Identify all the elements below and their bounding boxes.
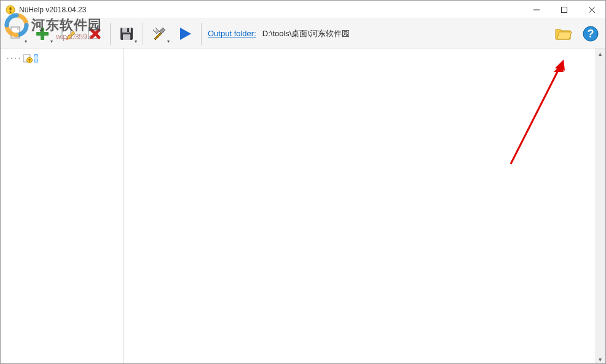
minimize-button[interactable] bbox=[522, 1, 550, 18]
vertical-scrollbar[interactable]: ▴ ▾ bbox=[595, 48, 605, 364]
svg-rect-9 bbox=[36, 32, 49, 36]
run-button[interactable] bbox=[173, 21, 197, 46]
svg-text:?: ? bbox=[588, 28, 594, 40]
tree-item[interactable]: ···· ? bbox=[3, 52, 120, 64]
toolbar-separator bbox=[110, 23, 111, 45]
svg-rect-1 bbox=[10, 7, 12, 10]
svg-point-18 bbox=[154, 28, 156, 31]
maximize-button[interactable] bbox=[550, 1, 578, 18]
scroll-up-arrow-icon[interactable]: ▴ bbox=[595, 48, 605, 59]
dropdown-arrow-icon: ▾ bbox=[135, 39, 137, 44]
tree-item-label[interactable] bbox=[34, 54, 38, 63]
dropdown-arrow-icon: ▾ bbox=[50, 39, 53, 44]
svg-rect-16 bbox=[123, 34, 130, 40]
help-button[interactable]: ? bbox=[580, 23, 602, 45]
scroll-down-arrow-icon[interactable]: ▾ bbox=[595, 354, 605, 364]
delete-button[interactable] bbox=[82, 21, 106, 46]
close-button[interactable] bbox=[578, 1, 605, 18]
save-button[interactable]: ▾ bbox=[114, 21, 139, 46]
dropdown-arrow-icon: ▾ bbox=[25, 39, 27, 44]
svg-rect-2 bbox=[10, 11, 12, 13]
tools-button[interactable]: ▾ bbox=[147, 21, 171, 46]
toolbar-separator bbox=[143, 23, 143, 45]
browse-folder-button[interactable] bbox=[553, 23, 575, 45]
help-topic-icon: ? bbox=[23, 53, 33, 63]
add-button[interactable]: ▾ bbox=[30, 21, 55, 46]
toolbar: ▾ ▾ ▾ bbox=[1, 19, 605, 48]
output-folder-input[interactable] bbox=[261, 26, 548, 41]
content-pane[interactable]: ▴ ▾ bbox=[124, 48, 605, 364]
tree-connector: ···· bbox=[6, 54, 21, 63]
toolbar-separator bbox=[201, 23, 202, 45]
window-title: NüHelp v2018.04.23 bbox=[19, 6, 522, 14]
svg-rect-17 bbox=[127, 28, 129, 32]
new-button[interactable]: ▾ bbox=[4, 21, 29, 46]
app-icon bbox=[6, 5, 15, 15]
output-folder-label[interactable]: Output folder: bbox=[208, 29, 256, 38]
tree-pane[interactable]: ···· ? bbox=[1, 48, 124, 364]
dropdown-arrow-icon: ▾ bbox=[167, 39, 170, 44]
workspace: ···· ? ▴ ▾ bbox=[1, 48, 605, 364]
svg-text:?: ? bbox=[28, 58, 31, 63]
svg-rect-15 bbox=[122, 28, 131, 33]
edit-page-button[interactable] bbox=[56, 21, 81, 46]
titlebar: NüHelp v2018.04.23 bbox=[1, 1, 605, 19]
svg-rect-4 bbox=[561, 7, 567, 12]
